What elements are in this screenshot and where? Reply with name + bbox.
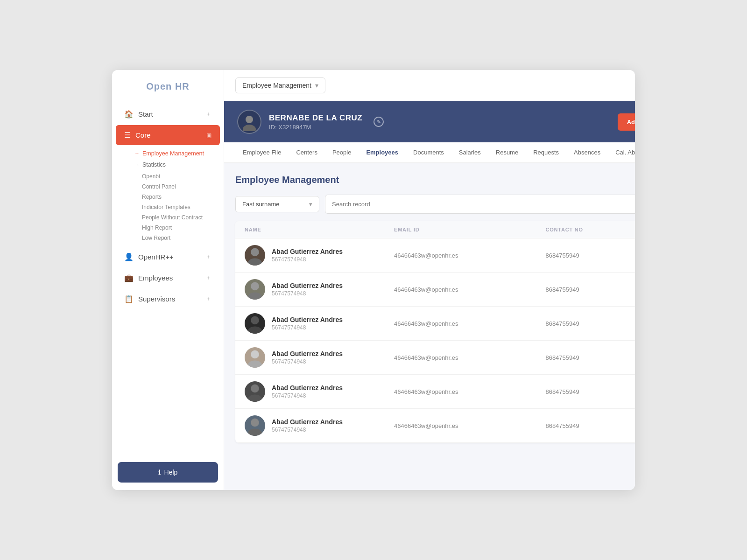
sidebar-item-openbi[interactable]: Openbi bbox=[136, 171, 224, 182]
module-dropdown-chevron: ▾ bbox=[315, 82, 318, 89]
employee-avatar bbox=[245, 347, 265, 368]
svg-point-13 bbox=[248, 429, 262, 436]
svg-point-9 bbox=[248, 361, 262, 368]
sidebar-item-reports[interactable]: Reports bbox=[136, 192, 224, 202]
top-bar: Employee Management ▾ 👤 Set Person ▾ 🔔 bbox=[224, 70, 635, 101]
table-header: NAME EMAIL ID CONTACT NO ACTION bbox=[235, 221, 635, 238]
search-input-group: 🔍 bbox=[325, 195, 635, 214]
employee-contact: 8684755949 bbox=[545, 388, 635, 395]
sidebar-item-core[interactable]: ☰ Core ▣ bbox=[116, 125, 220, 145]
svg-point-1 bbox=[243, 125, 256, 131]
employee-email: 46466463w@openhr.es bbox=[394, 354, 545, 361]
tab-documents[interactable]: Documents bbox=[406, 142, 451, 163]
table-row: Abad Gutierrez Andres 56747574948 464664… bbox=[235, 273, 635, 307]
sidebar-item-openhr[interactable]: 👤 OpenHR++ ＋ bbox=[116, 247, 220, 267]
core-expand-icon: ▣ bbox=[206, 132, 211, 139]
tab-absences[interactable]: Absences bbox=[566, 142, 608, 163]
employee-info: Abad Gutierrez Andres 56747574948 bbox=[245, 313, 394, 334]
employee-name: Abad Gutierrez Andres bbox=[272, 248, 343, 255]
advanced-search-button[interactable]: Advanced Search bbox=[618, 113, 635, 131]
employee-id: 56747574948 bbox=[272, 358, 343, 365]
employee-avatar bbox=[245, 279, 265, 300]
help-button[interactable]: ℹ Help bbox=[118, 462, 218, 483]
openhr-icon: 👤 bbox=[124, 252, 134, 261]
user-details: BERNABE DE LA CRUZ ID: X3218947M bbox=[269, 113, 362, 131]
employee-id: 56747574948 bbox=[272, 324, 343, 331]
employee-email: 46466463w@openhr.es bbox=[394, 422, 545, 429]
employee-id: 56747574948 bbox=[272, 290, 343, 297]
core-icon: ☰ bbox=[124, 131, 131, 140]
table-row: Abad Gutierrez Andres 56747574948 464664… bbox=[235, 341, 635, 375]
tab-resume[interactable]: Resume bbox=[488, 142, 526, 163]
employee-info: Abad Gutierrez Andres 56747574948 bbox=[245, 415, 394, 436]
employee-avatar bbox=[245, 381, 265, 402]
tab-employee-file[interactable]: Employee File bbox=[235, 142, 289, 163]
employee-info: Abad Gutierrez Andres 56747574948 bbox=[245, 381, 394, 402]
svg-point-5 bbox=[248, 293, 262, 300]
employee-id: 56747574948 bbox=[272, 427, 343, 433]
employee-info: Abad Gutierrez Andres 56747574948 bbox=[245, 245, 394, 266]
employees-expand-icon: ＋ bbox=[206, 274, 211, 282]
tab-people[interactable]: People bbox=[325, 142, 359, 163]
sidebar-item-employees[interactable]: 💼 Employees ＋ bbox=[116, 268, 220, 288]
employee-contact: 8684755949 bbox=[545, 252, 635, 259]
sidebar-item-people-without-contract[interactable]: People Without Contract bbox=[136, 212, 224, 223]
table-row: Abad Gutierrez Andres 56747574948 464664… bbox=[235, 238, 635, 273]
employee-contact: 8684755949 bbox=[545, 422, 635, 429]
employee-avatar bbox=[245, 313, 265, 334]
svg-point-12 bbox=[251, 419, 259, 427]
user-info: BERNABE DE LA CRUZ ID: X3218947M ✎ bbox=[237, 110, 384, 134]
sidebar-item-supervisors[interactable]: 📋 Supervisors ＋ bbox=[116, 289, 220, 309]
employee-name: Abad Gutierrez Andres bbox=[272, 316, 343, 323]
tabs-bar: Employee File Centers People Employees D… bbox=[224, 142, 635, 163]
tab-employees[interactable]: Employees bbox=[359, 142, 406, 163]
th-email: EMAIL ID bbox=[394, 227, 545, 232]
table-row: Abad Gutierrez Andres 56747574948 464664… bbox=[235, 375, 635, 409]
employee-email: 46466463w@openhr.es bbox=[394, 320, 545, 327]
filter-label: Fast surname bbox=[242, 201, 279, 208]
tab-requests[interactable]: Requests bbox=[526, 142, 566, 163]
employee-name: Abad Gutierrez Andres bbox=[272, 418, 343, 426]
user-header: BERNABE DE LA CRUZ ID: X3218947M ✎ Advan… bbox=[224, 101, 635, 142]
sidebar-item-indicator-templates[interactable]: Indicator Templates bbox=[136, 202, 224, 212]
user-edit-button[interactable]: ✎ bbox=[374, 117, 384, 127]
expand-icon: ＋ bbox=[206, 110, 211, 118]
filter-dropdown[interactable]: Fast surname ▾ bbox=[235, 196, 319, 212]
employee-email: 46466463w@openhr.es bbox=[394, 286, 545, 293]
main-content: Employee Management ▾ 👤 Set Person ▾ 🔔 bbox=[224, 70, 635, 490]
employee-table: NAME EMAIL ID CONTACT NO ACTION bbox=[235, 221, 635, 443]
svg-point-7 bbox=[248, 327, 262, 334]
user-header-actions: Advanced Search Manage Table bbox=[618, 113, 635, 131]
employee-info: Abad Gutierrez Andres 56747574948 bbox=[245, 279, 394, 300]
svg-point-11 bbox=[248, 395, 262, 402]
openhr-expand-icon: ＋ bbox=[206, 253, 211, 261]
sidebar-item-statistics[interactable]: Statistics bbox=[129, 159, 224, 170]
table-row: Abad Gutierrez Andres 56747574948 464664… bbox=[235, 307, 635, 341]
supervisors-expand-icon: ＋ bbox=[206, 295, 211, 303]
sidebar-item-low-report[interactable]: Low Report bbox=[136, 233, 224, 243]
sidebar-nav: 🏠 Start ＋ ☰ Core ▣ Employee Management S… bbox=[112, 99, 224, 455]
sidebar-item-control-panel[interactable]: Control Panel bbox=[136, 182, 224, 192]
app-logo: Open HR bbox=[112, 70, 224, 99]
info-icon: ℹ bbox=[158, 469, 161, 476]
tab-centers[interactable]: Centers bbox=[289, 142, 325, 163]
tab-salaries[interactable]: Salaries bbox=[451, 142, 488, 163]
employee-avatar bbox=[245, 415, 265, 436]
sidebar-item-high-report[interactable]: High Report bbox=[136, 223, 224, 233]
svg-point-2 bbox=[251, 248, 259, 257]
search-input[interactable] bbox=[325, 196, 635, 212]
sidebar-item-employee-management[interactable]: Employee Management bbox=[129, 148, 224, 159]
sidebar-item-start[interactable]: 🏠 Start ＋ bbox=[116, 104, 220, 124]
table-row: Abad Gutierrez Andres 56747574948 464664… bbox=[235, 409, 635, 443]
employee-id: 56747574948 bbox=[272, 392, 343, 399]
content-area: Employee Management Everybody Fast surna… bbox=[224, 163, 635, 490]
tab-cal-absences[interactable]: Cal. Absences bbox=[608, 142, 635, 163]
employee-contact: 8684755949 bbox=[545, 320, 635, 327]
svg-point-6 bbox=[251, 316, 259, 325]
module-dropdown[interactable]: Employee Management ▾ bbox=[235, 77, 325, 93]
svg-point-8 bbox=[251, 350, 259, 359]
employee-id: 56747574948 bbox=[272, 256, 343, 263]
avatar bbox=[237, 110, 261, 134]
employee-name: Abad Gutierrez Andres bbox=[272, 282, 343, 289]
sidebar: Open HR 🏠 Start ＋ ☰ Core ▣ Employee Mana… bbox=[112, 70, 224, 490]
